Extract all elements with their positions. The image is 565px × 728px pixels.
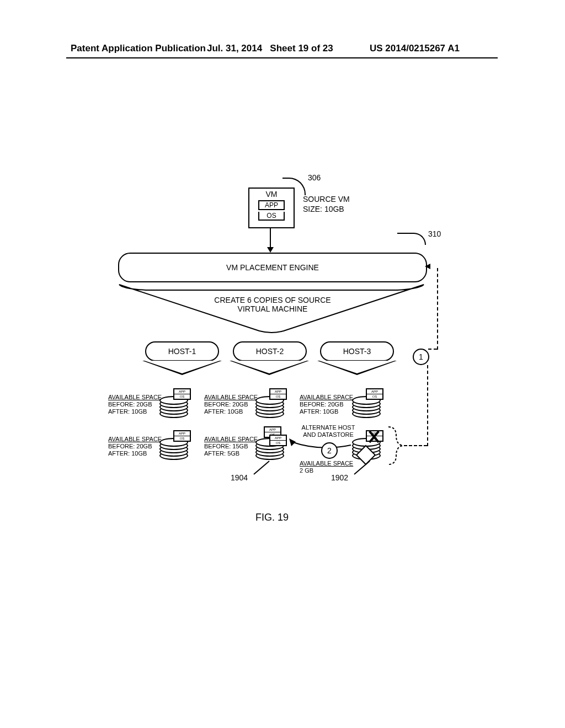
- os-label: OS: [258, 212, 285, 221]
- tinyvm-r2c2-b: APPOS: [269, 435, 287, 446]
- callout-306-curve: [282, 178, 306, 195]
- tri-host3: [317, 361, 397, 375]
- host-3: HOST-3: [320, 341, 394, 361]
- alt-host-label: ALTERNATE HOST AND DATASTORE: [298, 424, 359, 438]
- dash-v2: [437, 268, 438, 350]
- arrow-alt-to-1904: [287, 437, 353, 454]
- space-r2c2: AVAILABLE SPACE BEFORE: 15GB AFTER: 5GB: [204, 436, 258, 457]
- header-rule: [66, 57, 498, 58]
- arrow-vm-engine: [270, 228, 271, 248]
- leader-1904: [250, 460, 273, 477]
- space-r1c2: AVAILABLE SPACE BEFORE: 20GB AFTER: 10GB: [204, 394, 258, 415]
- callout-310: 310: [428, 229, 441, 238]
- figure-label: FIG. 19: [255, 512, 289, 523]
- callout-306: 306: [308, 173, 321, 182]
- leader-1902: [351, 460, 373, 477]
- dash-h1: [404, 445, 427, 446]
- ref-1902: 1902: [331, 473, 348, 482]
- dash-v1: [427, 365, 428, 446]
- x-mark-icon: [367, 431, 381, 443]
- circle-2: 2: [321, 442, 338, 459]
- svg-marker-1: [289, 438, 296, 446]
- header-date-sheet: Jul. 31, 2014 Sheet 19 of 23: [207, 43, 333, 54]
- host-2: HOST-2: [233, 341, 307, 361]
- space-r1c3: AVAILABLE SPACE BEFORE: 20GB AFTER: 10GB: [300, 394, 353, 415]
- brace-icon: [386, 425, 419, 468]
- space-r1c1: AVAILABLE SPACE BEFORE: 20GB AFTER: 10GB: [108, 394, 162, 415]
- header-docnum: US 2014/0215267 A1: [370, 43, 460, 54]
- tinyvm-r1c1: APPOS: [173, 388, 191, 400]
- funnel-text: CREATE 6 COPIES OF SOURCE VIRTUAL MACHIN…: [190, 296, 355, 313]
- svg-marker-3: [425, 264, 430, 269]
- space-failed: AVAILABLE SPACE 2 GB: [300, 460, 353, 474]
- page: Patent Application Publication Jul. 31, …: [0, 0, 565, 728]
- svg-line-0: [254, 461, 269, 474]
- dash-h-join: [428, 349, 437, 350]
- host-1: HOST-1: [145, 341, 219, 361]
- ref-1904: 1904: [231, 473, 248, 482]
- arrowhead-down-icon: [267, 247, 274, 253]
- svg-line-2: [354, 461, 370, 474]
- vm-placement-engine: VM PLACEMENT ENGINE: [118, 253, 427, 282]
- tinyvm-r1c3: APPOS: [366, 388, 383, 400]
- space-r2c1: AVAILABLE SPACE BEFORE: 20GB AFTER: 10GB: [108, 436, 162, 457]
- callout-310-curve: [397, 233, 426, 245]
- tinyvm-r2c1: APPOS: [173, 430, 191, 442]
- tri-host2: [230, 361, 309, 375]
- dash-arrowhead: [425, 263, 438, 270]
- circle-1: 1: [413, 349, 429, 365]
- source-vm-info: SOURCE VM SIZE: 10GB: [303, 194, 350, 214]
- tinyvm-r1c2: APPOS: [269, 388, 287, 400]
- header-publication: Patent Application Publication: [71, 43, 206, 54]
- tri-host1: [142, 361, 222, 375]
- app-label: APP: [258, 200, 285, 210]
